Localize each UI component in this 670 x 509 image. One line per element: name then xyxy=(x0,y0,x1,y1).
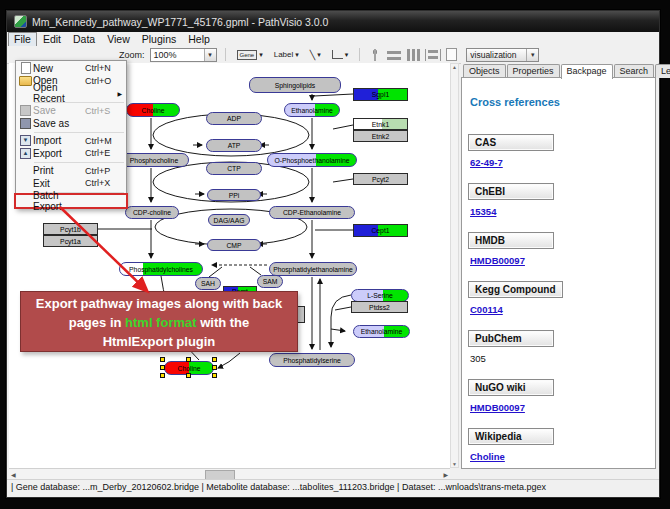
menu-item-export[interactable]: ▲ExportCtrl+E xyxy=(16,147,126,160)
menubar-item-help[interactable]: Help xyxy=(182,33,216,46)
gene-node-ptdss2[interactable]: Ptdss2 xyxy=(351,301,408,313)
xref-section-chebi: ChEBI15354 xyxy=(468,181,649,217)
chevron-down-icon[interactable]: ▾ xyxy=(259,51,263,59)
metabolite-node-o-phosphoethanolamine[interactable]: O-Phosphoethanolamine xyxy=(267,153,357,167)
page-setup-icon[interactable] xyxy=(446,48,457,61)
connector-tool-button[interactable]: ▾ xyxy=(329,48,352,61)
xref-link[interactable]: 15354 xyxy=(470,206,649,217)
metabolite-node-adp[interactable]: ADP xyxy=(206,112,262,125)
canvas-vertical-scrollbar[interactable]: ▲ ▼ xyxy=(450,63,459,468)
line-tool-button[interactable]: ╲ ▾ xyxy=(307,48,324,62)
chevron-down-icon[interactable]: ▾ xyxy=(526,49,538,61)
gene-tool-button[interactable]: Gene ▾ xyxy=(234,48,266,62)
gene-node-etnk1[interactable]: Etnk1 xyxy=(353,118,408,130)
zoom-combobox[interactable]: 100% ▾ xyxy=(150,48,217,62)
toolbar-separator xyxy=(359,48,360,61)
metabolite-node-ppi[interactable]: PPi xyxy=(207,189,261,201)
metabolite-node-ctp[interactable]: CTP xyxy=(206,162,262,175)
metabolite-node-sphingolipids[interactable]: Sphingolipids xyxy=(249,77,341,93)
xref-section-header: CAS xyxy=(468,134,554,151)
title-bar[interactable]: Mm_Kennedy_pathway_WP1771_45176.gpml - P… xyxy=(7,11,659,32)
canvas-horizontal-scrollbar[interactable]: ◀ ▶ xyxy=(9,468,450,479)
scroll-down-icon[interactable]: ▼ xyxy=(452,461,457,467)
gene-node-sgpl1[interactable]: Sgpl1 xyxy=(353,88,408,101)
scroll-left-icon[interactable]: ◀ xyxy=(9,471,16,478)
stack-horizontal-icon[interactable] xyxy=(387,49,401,61)
metabolite-node-atp[interactable]: ATP xyxy=(206,139,262,152)
menubar-item-plugins[interactable]: Plugins xyxy=(136,33,182,46)
save-icon xyxy=(18,105,33,116)
chevron-down-icon[interactable]: ▾ xyxy=(204,49,216,61)
menubar-item-file[interactable]: File xyxy=(8,32,37,47)
gene-node-pcyt1b[interactable]: Pcyt1b xyxy=(43,223,98,235)
scroll-right-icon[interactable]: ▶ xyxy=(443,471,450,478)
menubar-item-data[interactable]: Data xyxy=(67,33,101,46)
sidebar-tabs: ObjectsPropertiesBackpageSearchLegend xyxy=(461,63,658,78)
xref-link[interactable]: HMDB00097 xyxy=(470,402,649,413)
menubar-item-edit[interactable]: Edit xyxy=(37,33,67,46)
metabolite-node-dag-aag[interactable]: DAG/AAG xyxy=(208,214,250,226)
metabolite-node-sah[interactable]: SAH xyxy=(195,277,221,290)
submenu-arrow-icon: ▶ xyxy=(117,90,122,97)
stack-vertical-icon[interactable] xyxy=(406,49,420,61)
menu-item-exit[interactable]: ExitCtrl+X xyxy=(16,177,126,190)
menu-item-open-recent[interactable]: Open Recent▶ xyxy=(16,87,126,100)
metabolite-node-phosphocholine[interactable]: Phosphocholine xyxy=(119,153,189,167)
selection-handle[interactable] xyxy=(212,365,217,370)
metabolite-node-phosphatidylethanolamine[interactable]: Phosphatidylethanolamine xyxy=(269,262,357,276)
node-label: Choline xyxy=(141,107,164,114)
tab-properties[interactable]: Properties xyxy=(507,64,560,78)
pathvisio-window: Mm_Kennedy_pathway_WP1771_45176.gpml - P… xyxy=(6,10,660,498)
metabolite-node-sam[interactable]: SAM xyxy=(257,275,283,288)
metabolite-node-ethanolamine[interactable]: Ethanolamine xyxy=(284,103,340,117)
xref-link[interactable]: 62-49-7 xyxy=(470,157,649,168)
scroll-up-icon[interactable]: ▲ xyxy=(452,64,457,70)
metabolite-node-cdp-choline[interactable]: CDP-choline xyxy=(125,206,179,219)
tab-backpage[interactable]: Backpage xyxy=(561,64,613,79)
metabolite-node-phosphatidylcholines[interactable]: Phosphatidylcholines xyxy=(119,262,203,276)
xref-link[interactable]: HMDB00097 xyxy=(470,255,649,266)
label-tool-text: Label xyxy=(274,50,294,59)
selection-handle[interactable] xyxy=(212,357,217,362)
chevron-down-icon[interactable]: ▾ xyxy=(295,51,299,59)
menu-item-new[interactable]: NewCtrl+N xyxy=(16,62,126,75)
callout-highlight: html format xyxy=(125,315,197,330)
menubar-item-view[interactable]: View xyxy=(101,33,136,46)
selection-handle[interactable] xyxy=(186,373,191,378)
chevron-down-icon[interactable]: ▾ xyxy=(317,51,321,59)
metabolite-node-choline[interactable]: Choline xyxy=(126,103,180,117)
xref-link[interactable]: Choline xyxy=(470,451,649,462)
metabolite-node-phosphatidylserine[interactable]: Phosphatidylserine xyxy=(269,353,355,367)
align-center-icon[interactable] xyxy=(368,49,382,61)
xref-section-wikipedia: WikipediaCholine xyxy=(468,426,649,462)
zoom-label: Zoom: xyxy=(119,50,145,60)
tab-objects[interactable]: Objects xyxy=(463,64,506,78)
chevron-down-icon[interactable]: ▾ xyxy=(345,51,349,59)
cross-reference-sections: CAS62-49-7ChEBI15354HMDBHMDB00097Kegg Co… xyxy=(468,132,649,462)
menu-item-import[interactable]: ▼ImportCtrl+M xyxy=(16,135,126,148)
selection-handle[interactable] xyxy=(186,357,191,362)
gene-node-pcyt2[interactable]: Pcyt2 xyxy=(353,173,408,185)
distribute-icon[interactable] xyxy=(425,49,441,61)
gene-node-pcyt1a[interactable]: Pcyt1a xyxy=(43,235,98,247)
selection-handle[interactable] xyxy=(160,365,165,370)
menu-item-label: Import xyxy=(33,135,85,146)
selection-handle[interactable] xyxy=(160,357,165,362)
menu-item-print[interactable]: PrintCtrl+P xyxy=(16,165,126,178)
selection-handle[interactable] xyxy=(212,373,217,378)
menu-item-batch-export[interactable]: Batch Export xyxy=(16,195,126,208)
status-bar: | Gene database: ...m_Derby_20120602.bri… xyxy=(7,479,659,495)
metabolite-node-ethanolamine[interactable]: Ethanolamine xyxy=(353,325,410,338)
gene-node-etnk2[interactable]: Etnk2 xyxy=(353,130,408,142)
visualization-combobox[interactable]: visualization ▾ xyxy=(466,48,539,62)
menu-item-save[interactable]: SaveCtrl+S xyxy=(16,105,126,118)
metabolite-node-cmp[interactable]: CMP xyxy=(207,239,261,251)
tab-legend[interactable]: Legend xyxy=(655,64,670,78)
gene-node-cept1[interactable]: Cept1 xyxy=(353,224,408,237)
menu-item-save-as[interactable]: Save as xyxy=(16,117,126,130)
selection-handle[interactable] xyxy=(160,373,165,378)
tab-search[interactable]: Search xyxy=(614,64,655,78)
metabolite-node-cdp-ethanolamine[interactable]: CDP-Ethanolamine xyxy=(269,206,355,219)
label-tool-button[interactable]: Label ▾ xyxy=(271,48,302,61)
xref-link[interactable]: C00114 xyxy=(470,304,649,315)
